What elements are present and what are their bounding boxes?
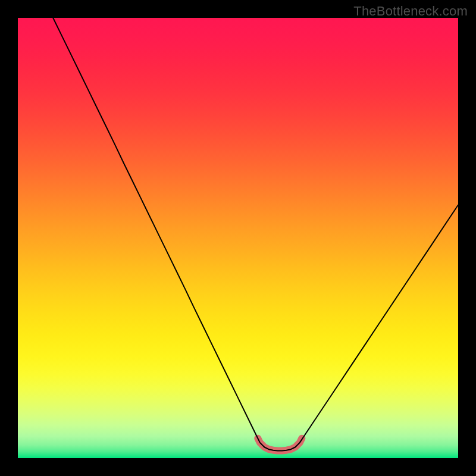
watermark-text: TheBottleneck.com bbox=[353, 4, 468, 19]
curve-layer bbox=[18, 18, 458, 458]
bottleneck-curve bbox=[53, 18, 458, 450]
optimal-range-highlight bbox=[258, 439, 302, 451]
plot-area bbox=[18, 18, 458, 458]
app-frame: TheBottleneck.com bbox=[0, 0, 476, 476]
